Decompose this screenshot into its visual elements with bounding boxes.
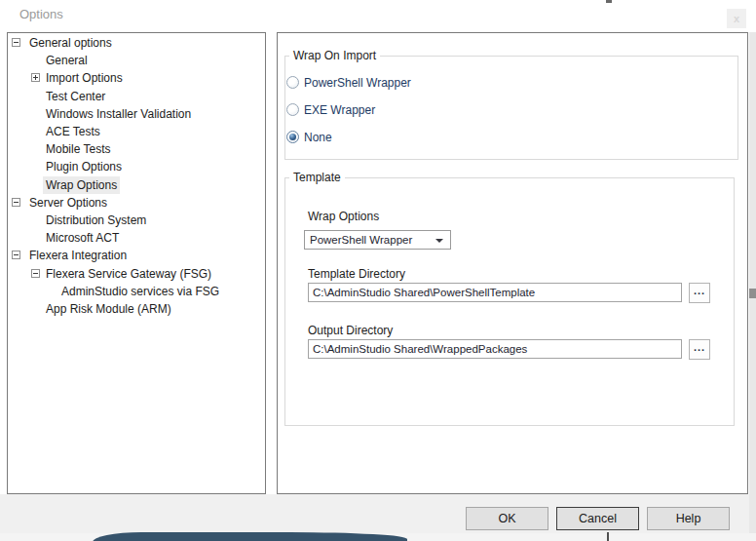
close-icon[interactable]: x: [727, 9, 746, 28]
tree-item-windows-installer-validation[interactable]: Windows Installer Validation: [8, 105, 265, 123]
expand-plus-icon[interactable]: [31, 73, 40, 82]
chevron-down-icon: [435, 239, 443, 243]
tree-item-adminstudio-services-via-fsg[interactable]: AdminStudio services via FSG: [8, 283, 265, 300]
tree-item-wrap-options[interactable]: Wrap Options: [8, 176, 265, 194]
template-group-label: Template: [289, 171, 345, 184]
tree-item-flexera-integration[interactable]: Flexera Integration: [8, 247, 265, 264]
wrap-options-label: Wrap Options: [308, 210, 379, 223]
cancel-button[interactable]: Cancel: [556, 507, 639, 530]
tree-item-distribution-system[interactable]: Distribution System: [8, 212, 265, 229]
radio-unselected-icon[interactable]: [286, 103, 299, 116]
radio-option-label[interactable]: EXE Wrapper: [304, 103, 375, 117]
tree-item-label[interactable]: App Risk Module (ARM): [43, 300, 174, 318]
background-blue-shape: [93, 532, 407, 541]
background-window-strip: [749, 32, 756, 541]
tree-item-import-options[interactable]: Import Options: [8, 69, 265, 87]
wrap-on-import-group-label: Wrap On Import: [289, 49, 380, 62]
template-directory-browse-button[interactable]: ...: [689, 283, 710, 303]
tree-item-label[interactable]: Plugin Options: [43, 158, 125, 175]
tree-item-label[interactable]: Server Options: [26, 194, 110, 212]
options-dialog: Options x General optionsGeneralImport O…: [0, 0, 756, 541]
output-directory-input[interactable]: [308, 339, 682, 359]
radio-option-label[interactable]: PowerShell Wrapper: [304, 76, 411, 90]
tree-item-label[interactable]: Microsoft ACT: [43, 229, 122, 247]
tree-item-label[interactable]: Mobile Tests: [43, 140, 113, 158]
tree-item-microsoft-act[interactable]: Microsoft ACT: [8, 229, 265, 247]
tree-item-general-options[interactable]: General options: [8, 34, 265, 52]
dialog-footer: [0, 494, 756, 533]
tree-item-label[interactable]: Flexera Integration: [26, 247, 130, 264]
tree-item-label[interactable]: Import Options: [43, 69, 126, 87]
template-directory-input[interactable]: [308, 283, 682, 302]
window-title: Options: [19, 7, 63, 21]
ok-button[interactable]: OK: [466, 507, 548, 530]
help-button[interactable]: Help: [647, 507, 730, 530]
tree-item-ace-tests[interactable]: ACE Tests: [8, 123, 265, 140]
tree-item-mobile-tests[interactable]: Mobile Tests: [8, 140, 265, 158]
background-top-mark: [606, 0, 612, 3]
collapse-minus-icon[interactable]: [12, 198, 20, 207]
settings-tree: General optionsGeneralImport OptionsTest…: [7, 32, 266, 494]
output-directory-label: Output Directory: [308, 324, 393, 337]
tree-item-test-center[interactable]: Test Center: [8, 88, 265, 105]
tree-item-label[interactable]: Wrap Options: [43, 176, 120, 194]
tree-item-label[interactable]: AdminStudio services via FSG: [58, 283, 222, 300]
tree-item-label[interactable]: Windows Installer Validation: [43, 105, 194, 123]
tree-item-label[interactable]: Test Center: [43, 88, 108, 105]
tree-item-label[interactable]: General: [43, 52, 91, 69]
radio-option-label[interactable]: None: [304, 131, 332, 144]
tree-item-label[interactable]: General options: [26, 34, 115, 52]
tree-item-label[interactable]: ACE Tests: [43, 123, 103, 140]
wrap-options-dropdown[interactable]: PowerShell Wrapper: [304, 230, 451, 250]
tree-item-plugin-options[interactable]: Plugin Options: [8, 158, 265, 175]
tree-item-label[interactable]: Flexera Service Gateway (FSG): [43, 265, 214, 283]
template-directory-label: Template Directory: [308, 267, 405, 281]
wrap-options-dropdown-value: PowerShell Wrapper: [310, 234, 412, 246]
radio-selected-icon[interactable]: [286, 131, 299, 143]
tree-item-server-options[interactable]: Server Options: [8, 194, 265, 212]
tree-item-app-risk-module-arm[interactable]: App Risk Module (ARM): [8, 300, 265, 318]
collapse-minus-icon[interactable]: [31, 269, 40, 278]
output-directory-browse-button[interactable]: ...: [689, 339, 710, 360]
collapse-minus-icon[interactable]: [12, 251, 20, 259]
collapse-minus-icon[interactable]: [12, 38, 20, 47]
tree-item-general[interactable]: General: [8, 52, 265, 69]
radio-unselected-icon[interactable]: [286, 76, 299, 89]
background-divider-line: [607, 532, 609, 541]
tree-item-label[interactable]: Distribution System: [43, 212, 149, 229]
tree-item-flexera-service-gateway-fsg[interactable]: Flexera Service Gateway (FSG): [8, 265, 265, 283]
background-scrollbar-mark: [749, 289, 756, 298]
